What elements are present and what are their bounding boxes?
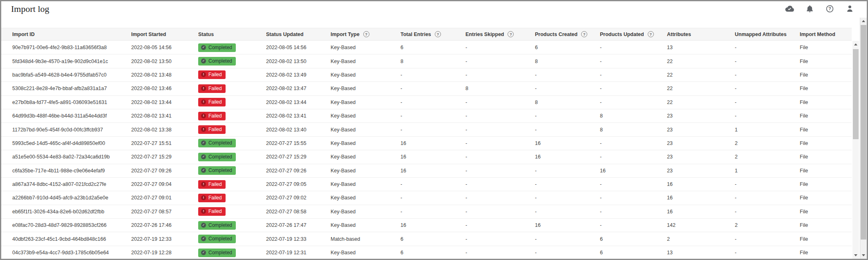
table-scroll-up-icon[interactable] xyxy=(852,41,859,47)
cell-import-type: Key-Based xyxy=(331,181,400,187)
status-label: Failed xyxy=(208,86,222,91)
cell-attributes: 22 xyxy=(667,99,735,105)
cell-entries-skipped: - xyxy=(465,222,535,228)
cell-import-id: a2266bb7-910d-4d45-afc9-a23b1d2a5e0e xyxy=(12,195,131,201)
table-scrollbar[interactable] xyxy=(852,41,859,259)
column-header-total-entries: Total Entries? xyxy=(400,31,465,37)
cell-products-updated: 6 xyxy=(600,250,667,255)
column-help-icon[interactable]: ? xyxy=(508,31,514,37)
page-scrollbar-thumb[interactable] xyxy=(861,25,866,240)
cloud-sync-check-icon[interactable] xyxy=(785,4,794,13)
cell-import-type: Key-Based xyxy=(331,99,400,105)
cell-unmapped-attributes: 2 xyxy=(735,140,800,146)
table-row: 5308c221-8e28-4e7b-bbaf-afb2a831a1a72022… xyxy=(1,82,852,95)
table-body: 90e7b971-00e6-4fe2-9b83-11a63656f3a82022… xyxy=(1,41,852,259)
page-scroll-down-icon[interactable] xyxy=(860,252,867,258)
cell-status-updated: 2022-07-26 17:47 xyxy=(266,222,331,228)
column-header-label: Import Method xyxy=(800,32,835,37)
cell-attributes: 23 xyxy=(667,154,735,160)
cell-entries-skipped: - xyxy=(465,250,535,255)
status-badge: ✓Completed xyxy=(198,166,236,175)
cell-unmapped-attributes: - xyxy=(735,99,800,105)
notifications-bell-icon[interactable] xyxy=(805,4,814,13)
user-account-icon[interactable] xyxy=(845,4,855,13)
cell-status: !Failed xyxy=(198,207,266,216)
column-header-label: Unmapped Attributes xyxy=(735,32,787,37)
column-help-icon[interactable]: ? xyxy=(363,31,369,37)
cell-import-type: Key-Based xyxy=(331,45,400,50)
column-header-import-id: Import ID xyxy=(12,32,131,37)
cell-total-entries: - xyxy=(400,86,465,91)
page-title: Import log xyxy=(11,4,49,14)
triangle-up-icon xyxy=(862,20,865,22)
cell-unmapped-attributes: - xyxy=(735,113,800,119)
column-header-entries-skipped: Entries Skipped? xyxy=(465,31,535,37)
cell-total-entries: 16 xyxy=(400,140,465,146)
cell-import-started: 2022-07-27 15:29 xyxy=(131,154,198,160)
cell-status-updated: 2022-08-05 14:56 xyxy=(266,45,331,50)
cell-import-id: 40dbf263-23cf-45c1-9cbd-464bd848c166 xyxy=(12,236,131,242)
cell-entries-skipped: - xyxy=(465,113,535,119)
cell-status-updated: 2022-08-02 13:47 xyxy=(266,86,331,91)
cell-import-method: File xyxy=(800,72,852,78)
cell-status: !Failed xyxy=(198,125,266,134)
cell-entries-skipped: - xyxy=(465,154,535,160)
column-header-label: Total Entries xyxy=(400,32,431,37)
cell-import-started: 2022-08-02 13:41 xyxy=(131,113,198,119)
table-scrollbar-thumb[interactable] xyxy=(853,49,859,139)
cell-import-started: 2022-07-27 15:51 xyxy=(131,140,198,146)
page-scrollbar[interactable] xyxy=(860,18,867,259)
column-help-icon[interactable]: ? xyxy=(581,31,587,37)
status-label: Failed xyxy=(208,208,222,214)
cell-unmapped-attributes: - xyxy=(735,59,800,64)
cell-unmapped-attributes: - xyxy=(735,181,800,187)
table-row: bac9bfa5-a549-4628-b4e4-9755dfab57c02022… xyxy=(1,68,852,82)
cell-unmapped-attributes: 1 xyxy=(735,127,800,133)
cell-attributes: 23 xyxy=(667,168,735,174)
cell-import-method: File xyxy=(800,59,852,64)
page-scroll-up-icon[interactable] xyxy=(860,18,867,24)
table-row: 5993c5ed-14d5-465c-af4f-d4d89850ef002022… xyxy=(1,137,852,150)
column-help-icon[interactable]: ? xyxy=(435,31,441,37)
cell-entries-skipped: - xyxy=(465,59,535,64)
status-badge: !Failed xyxy=(198,112,226,120)
table-scroll-down-icon[interactable] xyxy=(852,252,859,258)
status-badge: !Failed xyxy=(198,207,226,216)
table-row: e27b0b8a-fd77-4fe5-a891-036093e516312022… xyxy=(1,96,852,109)
cell-status-updated: 2022-07-27 09:26 xyxy=(266,168,331,174)
status-label: Failed xyxy=(208,99,222,105)
cell-status-updated: 2022-08-02 13:41 xyxy=(266,113,331,119)
status-label: Completed xyxy=(208,45,232,50)
cell-products-created: - xyxy=(535,72,600,78)
cell-import-type: Key-Based xyxy=(331,222,400,228)
exclamation-icon: ! xyxy=(201,209,206,214)
cell-total-entries: - xyxy=(400,195,465,201)
column-header-label: Import ID xyxy=(12,32,35,37)
column-header-unmapped-attributes: Unmapped Attributes xyxy=(735,32,800,37)
cell-products-updated: - xyxy=(600,222,667,228)
cell-attributes: 16 xyxy=(667,195,735,201)
cell-attributes: 16 xyxy=(667,181,735,187)
table-row: a867a374-8dbc-4152-a807-021fcd2c27fe2022… xyxy=(1,178,852,191)
cell-import-id: 90e7b971-00e6-4fe2-9b83-11a63656f3a8 xyxy=(12,45,131,50)
cell-import-method: File xyxy=(800,222,852,228)
cell-import-type: Key-Based xyxy=(331,195,400,201)
cell-status-updated: 2022-08-02 13:44 xyxy=(266,99,331,105)
cell-unmapped-attributes: - xyxy=(735,86,800,91)
cell-total-entries: 6 xyxy=(400,236,465,242)
cell-import-started: 2022-08-02 13:46 xyxy=(131,86,198,91)
cell-import-started: 2022-07-27 09:01 xyxy=(131,195,198,201)
cell-unmapped-attributes: - xyxy=(735,195,800,201)
status-badge: !Failed xyxy=(198,125,226,134)
column-help-icon[interactable]: ? xyxy=(648,31,654,37)
cell-total-entries: - xyxy=(400,209,465,215)
cell-unmapped-attributes: - xyxy=(735,236,800,242)
status-label: Completed xyxy=(208,58,232,64)
cell-products-updated: - xyxy=(600,45,667,50)
cell-entries-skipped: - xyxy=(465,181,535,187)
exclamation-icon: ! xyxy=(201,127,206,132)
cell-import-started: 2022-08-02 13:44 xyxy=(131,99,198,105)
help-icon[interactable]: ? xyxy=(825,4,834,13)
status-badge: ✓Completed xyxy=(198,57,236,66)
exclamation-icon: ! xyxy=(201,99,206,104)
